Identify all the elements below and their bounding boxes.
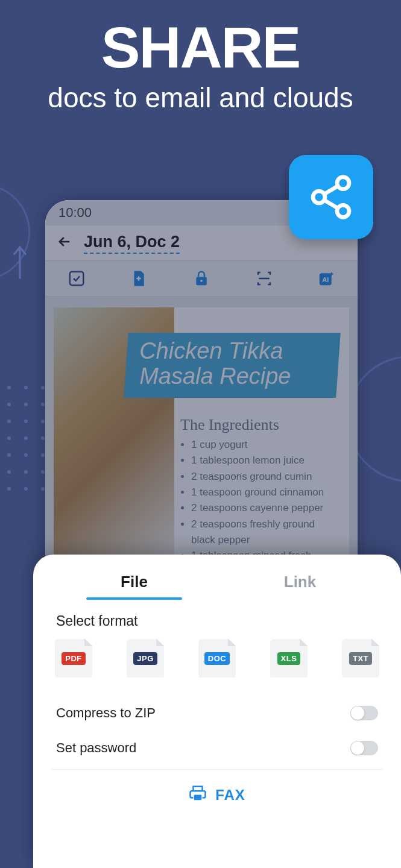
hero-subtitle: docs to email and clouds	[0, 81, 401, 114]
tab-file[interactable]: File	[51, 565, 217, 600]
compress-zip-toggle[interactable]	[350, 706, 378, 720]
svg-point-2	[337, 205, 349, 217]
compress-zip-row: Compress to ZIP	[51, 696, 383, 731]
printer-icon	[189, 784, 207, 806]
set-password-toggle[interactable]	[350, 741, 378, 755]
decoration-arrow	[11, 241, 29, 286]
share-sheet: File Link Select format PDF JPG DOC XLS …	[33, 555, 401, 868]
set-password-row: Set password	[51, 731, 383, 766]
compress-zip-label: Compress to ZIP	[56, 705, 156, 721]
format-jpg[interactable]: JPG	[127, 639, 164, 678]
svg-line-3	[324, 186, 338, 194]
svg-rect-10	[194, 795, 202, 800]
tab-link[interactable]: Link	[217, 565, 383, 600]
set-password-label: Set password	[56, 740, 136, 756]
fax-button[interactable]: FAX	[51, 769, 383, 814]
svg-line-4	[324, 200, 338, 208]
svg-point-1	[313, 191, 325, 203]
sheet-tabs: File Link	[51, 565, 383, 600]
format-row: PDF JPG DOC XLS TXT	[51, 639, 383, 678]
fax-label: FAX	[215, 787, 245, 804]
hero-title: SHARE	[0, 18, 401, 77]
format-doc[interactable]: DOC	[198, 639, 236, 678]
svg-point-0	[337, 177, 349, 189]
share-icon-badge	[289, 155, 373, 239]
format-pdf[interactable]: PDF	[55, 639, 92, 678]
format-xls[interactable]: XLS	[270, 639, 308, 678]
format-txt[interactable]: TXT	[342, 639, 379, 678]
select-format-label: Select format	[56, 613, 383, 629]
